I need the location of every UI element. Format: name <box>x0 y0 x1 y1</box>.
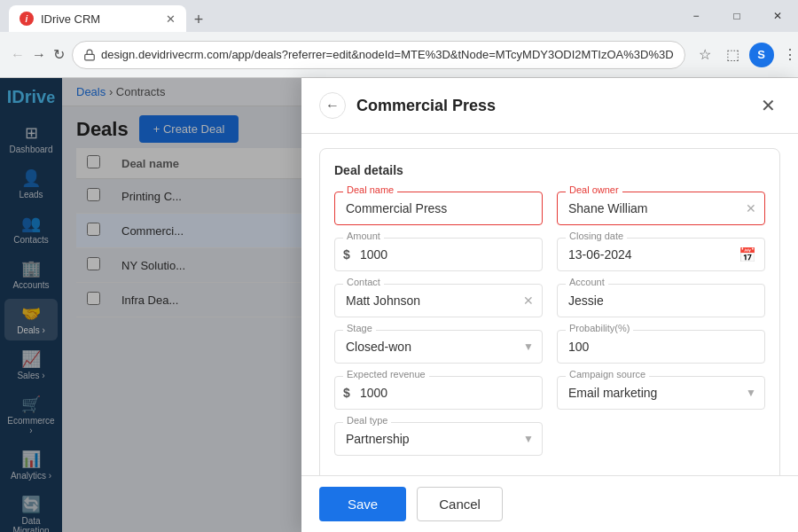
account-label: Account <box>566 277 608 287</box>
calendar-icon[interactable]: 📅 <box>739 246 756 263</box>
back-icon: ← <box>325 98 340 113</box>
closing-date-group: Closing date 📅 <box>557 238 765 271</box>
new-tab-button[interactable]: + <box>186 7 211 32</box>
form-row-2: Amount $ Closing date 📅 <box>334 238 765 271</box>
contact-group: Contact ✕ <box>334 284 543 317</box>
probability-input[interactable] <box>557 330 765 364</box>
amount-prefix-icon: $ <box>343 247 350 262</box>
account-group: Account <box>557 284 765 317</box>
deal-name-input[interactable] <box>334 192 543 225</box>
amount-input[interactable] <box>334 238 543 271</box>
deal-type-select[interactable]: Partnership New Business Existing Busine… <box>334 422 543 456</box>
probability-label: Probability(%) <box>566 323 633 333</box>
modal-close-button[interactable]: ✕ <box>755 93 780 118</box>
account-input[interactable] <box>557 284 765 317</box>
stage-group: Stage Closed-won Open In Progress Lost ▼ <box>334 330 543 364</box>
stage-label: Stage <box>343 323 376 333</box>
campaign-source-group: Campaign source Email marketing Social m… <box>557 376 765 410</box>
save-button[interactable]: Save <box>319 487 406 521</box>
modal-header: ← Commercial Press ✕ <box>301 78 798 134</box>
expected-revenue-input[interactable] <box>334 376 543 410</box>
contact-label: Contact <box>343 277 384 287</box>
bookmark-button[interactable]: ☆ <box>692 43 717 67</box>
maximize-button[interactable]: □ <box>716 4 757 28</box>
forward-button[interactable]: → <box>32 43 46 67</box>
modal-panel: ← Commercial Press ✕ Deal details Deal n… <box>301 78 798 532</box>
deal-details-title: Deal details <box>334 163 765 177</box>
menu-button[interactable]: ⋮ <box>778 43 798 67</box>
form-row-3: Contact ✕ Account <box>334 284 765 317</box>
deal-owner-label: Deal owner <box>566 184 622 195</box>
deal-name-label: Deal name <box>343 184 397 195</box>
tab-title: IDrive CRM <box>41 12 100 26</box>
form-row-4: Stage Closed-won Open In Progress Lost ▼ <box>334 330 765 364</box>
contact-clear-icon[interactable]: ✕ <box>523 293 534 308</box>
cancel-button[interactable]: Cancel <box>417 487 503 521</box>
campaign-source-select[interactable]: Email marketing Social media Direct Refe… <box>557 376 765 410</box>
form-row-1: Deal name Deal owner ✕ <box>334 192 765 225</box>
closing-date-input[interactable] <box>557 238 765 271</box>
deal-details-section: Deal details Deal name Deal owner ✕ <box>319 148 780 475</box>
back-button[interactable]: ← <box>11 43 25 67</box>
stage-select[interactable]: Closed-won Open In Progress Lost <box>334 330 543 364</box>
extensions-button[interactable]: ⬚ <box>721 43 746 67</box>
amount-label: Amount <box>343 231 384 241</box>
modal-footer: Save Cancel <box>301 475 798 532</box>
browser-tab[interactable]: i IDrive CRM ✕ <box>9 5 186 32</box>
deal-type-group: Deal type Partnership New Business Exist… <box>334 422 543 456</box>
modal-title: Commercial Press <box>356 97 745 115</box>
profile-button[interactable]: S <box>749 43 774 67</box>
close-button[interactable]: ✕ <box>757 4 798 28</box>
probability-group: Probability(%) <box>557 330 765 364</box>
close-icon: ✕ <box>761 95 776 116</box>
expected-revenue-label: Expected revenue <box>343 369 429 379</box>
address-bar[interactable]: design.devidrivecrm.com/app/deals?referr… <box>72 41 685 69</box>
svg-rect-0 <box>85 54 95 59</box>
minimize-button[interactable]: − <box>676 4 716 28</box>
deal-owner-input[interactable] <box>557 192 765 225</box>
deal-type-label: Deal type <box>343 415 391 426</box>
deal-owner-group: Deal owner ✕ <box>557 192 765 225</box>
deal-owner-clear-icon[interactable]: ✕ <box>746 201 756 215</box>
modal-body: Deal details Deal name Deal owner ✕ <box>301 134 798 475</box>
tab-favicon: i <box>20 12 34 26</box>
url-text: design.devidrivecrm.com/app/deals?referr… <box>101 48 674 61</box>
expected-revenue-prefix-icon: $ <box>343 386 350 400</box>
reload-button[interactable]: ↻ <box>53 43 65 67</box>
closing-date-label: Closing date <box>566 231 627 241</box>
contact-input[interactable] <box>334 284 543 317</box>
deal-name-group: Deal name <box>334 192 543 225</box>
form-row-6: Deal type Partnership New Business Exist… <box>334 422 765 456</box>
campaign-source-label: Campaign source <box>566 369 649 379</box>
form-row-5: Expected revenue $ Campaign source Email… <box>334 376 765 410</box>
tab-close-button[interactable]: ✕ <box>166 12 176 26</box>
expected-revenue-group: Expected revenue $ <box>334 376 543 410</box>
amount-group: Amount $ <box>334 238 543 271</box>
modal-back-button[interactable]: ← <box>319 92 346 119</box>
